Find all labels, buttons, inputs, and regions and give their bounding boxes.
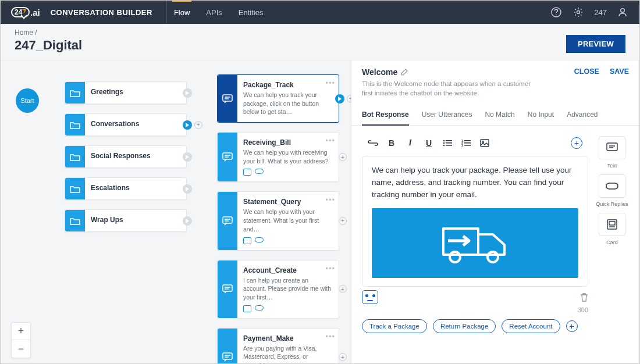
- svg-rect-25: [607, 143, 617, 151]
- more-icon[interactable]: •••: [325, 78, 335, 87]
- node-port[interactable]: [335, 94, 344, 104]
- add-node-icon[interactable]: +: [347, 95, 351, 103]
- bold-icon[interactable]: B: [386, 138, 397, 148]
- node-account-create[interactable]: Account_Create I can help you create an …: [217, 260, 339, 319]
- more-icon[interactable]: •••: [325, 136, 335, 145]
- add-response-button[interactable]: +: [571, 137, 582, 149]
- start-node[interactable]: Start: [16, 88, 39, 113]
- header-actions: 247: [550, 6, 639, 19]
- tab-entities[interactable]: Entities: [239, 1, 264, 24]
- svg-text:3: 3: [461, 144, 463, 147]
- more-icon[interactable]: •••: [325, 264, 335, 273]
- bullet-list-icon[interactable]: [442, 138, 453, 148]
- tab-flow[interactable]: Flow: [174, 1, 190, 24]
- svg-rect-4: [223, 95, 232, 101]
- inspector-panel: Welcome This is the Welcome node that ap…: [351, 60, 639, 364]
- tab-user-utterances[interactable]: User Utterances: [422, 110, 472, 125]
- svg-point-24: [488, 252, 498, 262]
- svg-rect-5: [223, 153, 232, 159]
- tab-no-match[interactable]: No Match: [485, 110, 514, 125]
- node-port[interactable]: [183, 152, 192, 162]
- quick-replies: Track a Package Return Package Reset Acc…: [362, 319, 588, 333]
- folder-greetings[interactable]: Greetings: [65, 81, 187, 104]
- folder-conversations[interactable]: Conversations +: [65, 113, 187, 136]
- palette-text-label: Text: [607, 163, 617, 169]
- add-node-icon[interactable]: +: [194, 121, 202, 129]
- add-quick-reply-button[interactable]: +: [566, 320, 578, 332]
- folder-column: Greetings Conversations + Social Respons…: [65, 81, 187, 232]
- add-node-icon[interactable]: +: [339, 353, 347, 361]
- palette-card[interactable]: [599, 213, 625, 236]
- tab-no-input[interactable]: No Input: [528, 110, 554, 125]
- svg-point-2: [577, 11, 580, 14]
- page-title: 247_Digital: [15, 38, 82, 53]
- folder-label: Greetings: [91, 88, 123, 96]
- gear-icon[interactable]: [572, 6, 585, 19]
- add-node-icon[interactable]: +: [339, 285, 347, 293]
- folder-wrap-ups[interactable]: Wrap Ups: [65, 209, 187, 232]
- folder-label: Social Responses: [91, 152, 151, 160]
- node-port[interactable]: [183, 88, 192, 98]
- help-icon[interactable]: [550, 6, 563, 19]
- app-header: 247.ai CONVERSATION BUILDER Flow APIs En…: [1, 1, 639, 24]
- flow-canvas[interactable]: Start Greetings Conversations + Social R…: [1, 60, 351, 364]
- response-text[interactable]: We can help you track your package. Plea…: [372, 165, 578, 201]
- edit-icon[interactable]: [401, 69, 408, 76]
- tab-bot-response[interactable]: Bot Response: [362, 110, 409, 126]
- quick-reply-return[interactable]: Return Package: [433, 319, 496, 333]
- close-button[interactable]: CLOSE: [574, 67, 599, 98]
- text-block-icon: [243, 237, 251, 244]
- italic-icon[interactable]: I: [405, 138, 415, 148]
- svg-rect-14: [446, 145, 452, 146]
- node-receiving-bill[interactable]: Receiving_Bill We can help you with rece…: [217, 132, 339, 182]
- editor-toolbar: B I U 123 +: [362, 136, 588, 156]
- quick-reply-track[interactable]: Track a Package: [362, 319, 427, 333]
- zoom-out-button[interactable]: −: [12, 340, 30, 358]
- tab-apis[interactable]: APIs: [206, 1, 222, 24]
- folder-label: Conversations: [91, 120, 139, 128]
- svg-rect-6: [223, 217, 232, 223]
- svg-rect-18: [464, 142, 471, 144]
- add-node-icon[interactable]: +: [339, 153, 347, 161]
- underline-icon[interactable]: U: [424, 138, 434, 148]
- preview-button[interactable]: PREVIEW: [566, 35, 625, 53]
- save-button[interactable]: SAVE: [610, 67, 629, 98]
- svg-rect-7: [223, 285, 232, 291]
- panel-subtitle: This is the Welcome node that appears wh…: [362, 79, 536, 98]
- panel-title: Welcome: [362, 67, 536, 77]
- svg-rect-12: [446, 142, 452, 144]
- numbered-list-icon[interactable]: 123: [461, 138, 471, 148]
- palette-quick-replies[interactable]: [599, 174, 625, 198]
- nav-tabs: Flow APIs Entities: [166, 1, 264, 24]
- node-statement-query[interactable]: Statement_Query We can help you with you…: [217, 191, 339, 250]
- folder-social-responses[interactable]: Social Responses: [65, 145, 187, 168]
- more-icon[interactable]: •••: [325, 332, 335, 341]
- node-port[interactable]: [183, 216, 192, 226]
- more-icon[interactable]: •••: [325, 195, 335, 204]
- node-desc: We can help you track your package, clic…: [243, 91, 333, 116]
- add-node-icon[interactable]: +: [339, 217, 347, 225]
- folder-escalations[interactable]: Escalations: [65, 177, 187, 200]
- svg-point-1: [556, 15, 557, 16]
- node-payment-make[interactable]: Payment_Make Are you paying with a Visa,…: [217, 328, 339, 364]
- user-icon[interactable]: [616, 6, 629, 19]
- node-port[interactable]: [183, 120, 192, 130]
- response-bubble[interactable]: We can help you track your package. Plea…: [362, 156, 588, 287]
- node-desc: We can help you with your statement. Wha…: [243, 208, 333, 233]
- zoom-in-button[interactable]: +: [12, 323, 30, 340]
- link-icon[interactable]: [368, 138, 378, 148]
- node-package-track[interactable]: Package_Track We can help you track your…: [217, 74, 339, 123]
- palette-text[interactable]: [599, 136, 625, 159]
- breadcrumb[interactable]: Home /: [15, 28, 82, 37]
- tab-advanced[interactable]: Advanced: [567, 110, 598, 125]
- quick-reply-reset[interactable]: Reset Account: [502, 319, 560, 333]
- node-port[interactable]: [183, 184, 192, 194]
- node-desc: We can help you with receiving your bill…: [243, 148, 333, 165]
- image-icon[interactable]: [479, 138, 490, 148]
- response-image[interactable]: [372, 208, 578, 278]
- svg-rect-16: [464, 140, 471, 141]
- quick-reply-icon: [255, 305, 264, 311]
- block-palette: Text Quick Replies Card: [595, 136, 629, 359]
- zoom-control: + −: [11, 322, 31, 358]
- delete-icon[interactable]: [580, 292, 588, 302]
